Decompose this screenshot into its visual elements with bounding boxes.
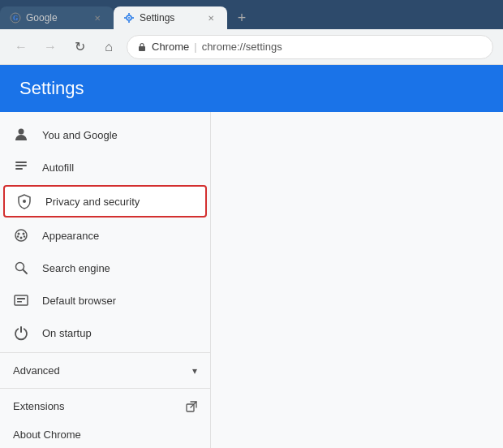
external-link-icon	[186, 401, 197, 412]
person-icon	[13, 127, 29, 143]
home-button[interactable]: ⌂	[97, 36, 120, 58]
browser-titlebar: G Google ✕ Settings ✕ +	[0, 0, 503, 29]
settings-body: You and Google Autofill Privacy and s	[0, 112, 503, 448]
secure-icon	[137, 42, 147, 52]
default-browser-icon	[13, 292, 29, 308]
sidebar-divider-2	[0, 388, 210, 389]
sidebar-item-autofill[interactable]: Autofill	[0, 151, 210, 183]
tab-google[interactable]: G Google ✕	[0, 6, 114, 29]
palette-icon	[13, 227, 29, 243]
svg-point-16	[15, 230, 27, 241]
address-separator: |	[194, 41, 196, 53]
svg-rect-8	[139, 46, 145, 51]
svg-rect-24	[15, 295, 28, 305]
back-button[interactable]: ←	[10, 36, 32, 58]
address-bar[interactable]: Chrome | chrome://settings	[127, 35, 493, 59]
svg-rect-11	[15, 165, 27, 166]
svg-rect-25	[17, 298, 25, 299]
new-tab-button[interactable]: +	[230, 6, 253, 29]
sidebar-item-appearance[interactable]: Appearance	[0, 219, 210, 252]
sidebar-item-about-chrome[interactable]: About Chrome	[0, 420, 210, 448]
settings-title: Settings	[19, 78, 84, 98]
main-content-area	[211, 112, 503, 448]
tab-google-label: Google	[26, 12, 86, 24]
sidebar-item-default-browser[interactable]: Default browser	[0, 284, 210, 317]
google-favicon-icon: G	[10, 12, 21, 24]
sidebar-item-about-chrome-label: About Chrome	[13, 429, 81, 441]
sidebar-item-extensions[interactable]: Extensions	[0, 392, 210, 420]
search-icon	[13, 260, 29, 276]
sidebar-section-advanced-label: Advanced	[13, 364, 60, 377]
sidebar-item-on-startup-label: On startup	[42, 327, 92, 339]
sidebar-item-search-engine[interactable]: Search engine	[0, 252, 210, 284]
sidebar-item-you-and-google[interactable]: You and Google	[0, 118, 210, 151]
sidebar-item-privacy-security[interactable]: Privacy and security	[3, 185, 207, 218]
address-url: chrome://settings	[202, 41, 282, 53]
sidebar-item-you-and-google-label: You and Google	[42, 129, 118, 141]
sidebar-item-privacy-security-label: Privacy and security	[45, 196, 140, 208]
settings-sidebar: You and Google Autofill Privacy and s	[0, 112, 211, 448]
svg-point-18	[23, 233, 25, 235]
svg-rect-10	[15, 162, 27, 163]
shield-icon	[16, 193, 32, 209]
autofill-icon	[13, 159, 29, 175]
address-domain: Chrome	[152, 41, 189, 53]
sidebar-item-default-browser-label: Default browser	[42, 295, 116, 307]
sidebar-section-advanced[interactable]: Advanced ▾	[0, 356, 210, 385]
browser-toolbar: ← → ↻ ⌂ Chrome | chrome://settings	[0, 29, 503, 65]
svg-point-17	[18, 233, 20, 235]
svg-line-23	[24, 270, 28, 274]
settings-header: Settings	[0, 65, 503, 112]
sidebar-item-appearance-label: Appearance	[42, 230, 99, 242]
svg-point-19	[20, 237, 23, 239]
tab-google-close[interactable]: ✕	[91, 11, 104, 24]
annotation-arrow	[205, 185, 211, 218]
svg-point-3	[128, 17, 130, 19]
advanced-expand-icon: ▾	[192, 365, 197, 377]
svg-point-20	[17, 235, 19, 237]
settings-favicon-icon	[123, 12, 135, 24]
sidebar-item-autofill-label: Autofill	[42, 162, 74, 174]
sidebar-divider-1	[0, 352, 210, 353]
svg-point-21	[24, 235, 25, 237]
svg-rect-12	[15, 168, 23, 170]
sidebar-item-search-engine-label: Search engine	[42, 262, 110, 274]
forward-button[interactable]: →	[39, 36, 62, 58]
sidebar-item-on-startup[interactable]: On startup	[0, 317, 210, 349]
tab-settings-label: Settings	[140, 12, 200, 24]
tab-settings[interactable]: Settings ✕	[114, 6, 227, 29]
svg-point-13	[23, 200, 26, 203]
svg-point-9	[19, 129, 24, 135]
sidebar-item-extensions-label: Extensions	[13, 400, 173, 412]
svg-rect-26	[17, 301, 22, 303]
power-icon	[13, 325, 29, 341]
svg-text:G: G	[13, 15, 18, 22]
reload-button[interactable]: ↻	[68, 36, 91, 58]
tab-settings-close[interactable]: ✕	[204, 11, 217, 24]
